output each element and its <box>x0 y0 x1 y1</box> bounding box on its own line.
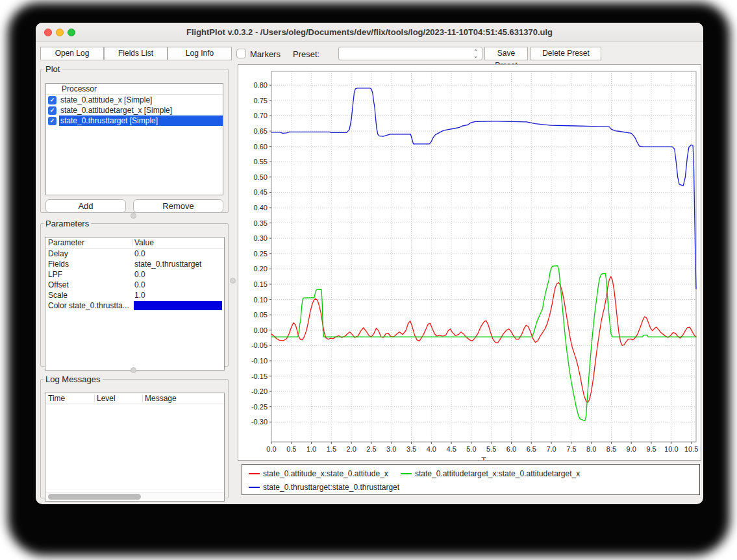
remove-button[interactable]: Remove <box>133 199 223 213</box>
x-tick-label: 7.0 <box>546 445 556 453</box>
flightplot-window: FlightPlot v.0.3.2 - /Users/oleg/Documen… <box>36 23 703 504</box>
minimize-window-icon[interactable] <box>56 29 64 36</box>
horizontal-scrollbar[interactable] <box>45 492 224 501</box>
markers-label: Markers <box>250 49 281 59</box>
parameter-row[interactable]: Scale1.0 <box>45 290 224 300</box>
message-column-header: Message <box>145 393 177 404</box>
plot-area[interactable] <box>271 71 696 442</box>
x-tick-label: 3.5 <box>406 445 416 453</box>
legend-entry: state_0.thrusttarget:state_0.thrusttarge… <box>249 482 399 493</box>
parameter-value: 0.0 <box>134 280 145 290</box>
screen: FlightPlot v.0.3.2 - /Users/oleg/Documen… <box>0 0 737 560</box>
plot-group: Plot Processor ✓state_0.attitude_x [Simp… <box>40 64 229 213</box>
y-tick-label: 0.40 <box>254 204 268 212</box>
fields-list-button[interactable]: Fields List <box>104 47 168 60</box>
vertical-splitter-handle[interactable] <box>230 278 236 284</box>
delete-preset-button[interactable]: Delete Preset <box>531 47 601 60</box>
processor-item[interactable]: ✓state_0.attitudetarget_x [Simple] <box>46 105 223 116</box>
y-tick-label: -0.15 <box>251 372 268 380</box>
x-tick-label: 8.5 <box>606 445 616 453</box>
processor-list[interactable]: Processor ✓state_0.attitude_x [Simple]✓s… <box>45 83 223 195</box>
y-tick-label: -0.10 <box>251 357 268 365</box>
zoom-window-icon[interactable] <box>68 29 75 36</box>
log-messages-group-title: Log Messages <box>44 374 103 384</box>
item-checkbox[interactable]: ✓ <box>48 96 56 104</box>
x-axis-label: T <box>481 456 486 460</box>
plot-group-title: Plot <box>44 64 62 74</box>
processor-item[interactable]: ✓state_0.attitude_x [Simple] <box>46 95 223 105</box>
splitter-handle[interactable] <box>131 367 136 373</box>
processor-item[interactable]: ✓state_0.thrusttarget [Simple] <box>46 116 223 126</box>
combo-stepper-icon[interactable]: ⌃⌄ <box>471 47 481 60</box>
parameter-name: Offset <box>48 280 69 290</box>
parameter-name: LPF <box>48 269 62 280</box>
x-tick-label: 8.0 <box>586 445 596 453</box>
log-messages-table-header: Time Level Message <box>45 393 224 404</box>
x-tick-label: 1.0 <box>306 445 316 453</box>
value-column-header: Value <box>134 237 154 249</box>
x-tick-label: 7.5 <box>566 445 576 453</box>
parameter-value: state_0.thrusttarget <box>134 259 201 269</box>
y-tick-label: -0.05 <box>251 341 268 349</box>
add-button[interactable]: Add <box>45 199 126 213</box>
x-tick-label: 10.0 <box>664 445 678 453</box>
y-tick-label: 0.05 <box>254 311 268 319</box>
preset-combobox[interactable]: ⌃⌄ <box>338 47 482 60</box>
chart-panel[interactable]: 0.00.51.01.52.02.53.03.54.04.55.05.56.06… <box>238 64 701 461</box>
open-log-button[interactable]: Open Log <box>40 47 104 60</box>
green-line-swatch-icon <box>401 473 412 474</box>
x-tick-label: 4.5 <box>446 445 456 453</box>
preset-label: Preset: <box>293 49 319 59</box>
processor-item-label: state_0.attitude_x [Simple] <box>59 95 223 105</box>
parameter-name: Color state_0.thrustta... <box>48 300 129 311</box>
close-window-icon[interactable] <box>44 29 52 36</box>
color-swatch[interactable] <box>134 301 222 310</box>
parameter-column-header: Parameter <box>48 237 84 249</box>
parameter-value: 0.0 <box>134 249 145 259</box>
chart-canvas[interactable]: 0.00.51.01.52.02.53.03.54.04.55.05.56.06… <box>238 65 701 460</box>
parameters-table[interactable]: Parameter Value Delay0.0Fieldsstate_0.th… <box>45 237 225 371</box>
parameter-row[interactable]: Color state_0.thrustta... <box>45 300 224 311</box>
y-tick-label: 0.10 <box>254 296 268 304</box>
parameter-row[interactable]: Fieldsstate_0.thrusttarget <box>45 259 224 269</box>
legend-entry: state_0.attitudetarget_x:state_0.attitud… <box>401 469 580 479</box>
legend-entry: state_0.attitude_x:state_0.attitude_x <box>249 469 388 479</box>
title-bar[interactable]: FlightPlot v.0.3.2 - /Users/oleg/Documen… <box>36 23 703 42</box>
y-tick-label: 0.20 <box>254 265 268 273</box>
parameter-row[interactable]: Delay0.0 <box>45 249 224 259</box>
x-tick-label: 4.0 <box>427 445 436 453</box>
parameter-name: Delay <box>48 249 68 259</box>
x-tick-label: 10.5 <box>684 445 698 453</box>
y-tick-label: 0.50 <box>254 173 268 181</box>
splitter-handle[interactable] <box>131 213 136 219</box>
x-tick-label: 9.0 <box>627 445 636 453</box>
markers-checkbox[interactable] <box>236 49 246 58</box>
y-tick-label: 0.30 <box>254 234 268 242</box>
scrollbar-thumb[interactable] <box>48 494 141 500</box>
item-checkbox[interactable]: ✓ <box>48 117 56 125</box>
parameter-value: 0.0 <box>134 269 145 280</box>
parameter-name: Fields <box>48 259 69 269</box>
item-checkbox[interactable]: ✓ <box>48 106 56 115</box>
save-preset-button[interactable]: Save Preset <box>484 47 528 60</box>
y-tick-label: 0.00 <box>254 326 268 334</box>
y-tick-label: -0.20 <box>251 387 268 395</box>
parameter-row[interactable]: LPF0.0 <box>45 269 224 280</box>
log-messages-table[interactable]: Time Level Message <box>45 393 225 502</box>
y-tick-label: 0.65 <box>254 127 268 135</box>
parameter-name: Scale <box>48 290 68 300</box>
x-tick-label: 6.5 <box>527 445 536 453</box>
y-tick-label: -0.30 <box>251 418 268 426</box>
red-line-swatch-icon <box>249 473 260 474</box>
parameter-row[interactable]: Offset0.0 <box>45 280 224 290</box>
time-column-header: Time <box>48 393 65 404</box>
x-tick-label: 0.0 <box>266 445 276 453</box>
x-tick-label: 9.5 <box>646 445 656 453</box>
processor-item-label: state_0.thrusttarget [Simple] <box>59 116 223 126</box>
legend-entry-label: state_0.thrusttarget:state_0.thrusttarge… <box>263 483 399 492</box>
y-tick-label: 0.35 <box>254 219 268 227</box>
y-tick-label: -0.25 <box>251 403 268 411</box>
log-info-button[interactable]: Log Info <box>168 47 232 60</box>
processor-item-label: state_0.attitudetarget_x [Simple] <box>59 105 223 116</box>
y-tick-label: 0.15 <box>254 280 268 288</box>
